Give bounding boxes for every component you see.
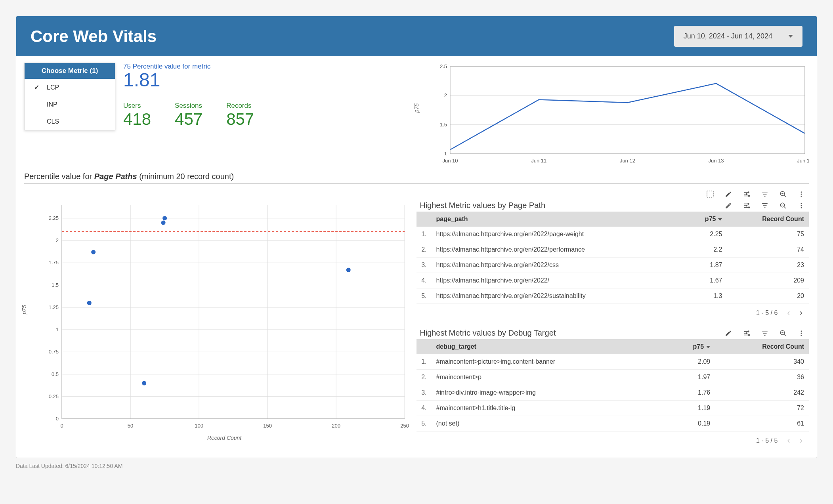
table-page-path: Highest Metric values by Page Path <box>416 201 809 322</box>
table-debug-target: Highest Metric values by Debug Target <box>416 328 809 450</box>
svg-text:150: 150 <box>263 423 272 429</box>
col-record-count[interactable]: Record Count <box>727 212 809 227</box>
filter-icon[interactable] <box>760 190 769 199</box>
pager-next-button[interactable]: › <box>800 308 802 318</box>
zoom-icon[interactable] <box>779 329 787 338</box>
report-header: Core Web Vitals Jun 10, 2024 - Jun 14, 2… <box>16 16 817 56</box>
y-axis-title: p75 <box>413 103 420 113</box>
date-range-label: Jun 10, 2024 - Jun 14, 2024 <box>684 32 772 40</box>
col-page-path[interactable]: page_path <box>432 212 684 227</box>
pager-next-button[interactable]: › <box>800 435 802 446</box>
table-row[interactable]: 5.https://almanac.httparchive.org/en/202… <box>416 288 809 304</box>
data-last-updated: Data Last Updated: 6/15/2024 10:12:50 AM <box>16 463 817 469</box>
zoom-icon[interactable] <box>779 201 787 210</box>
svg-text:2.25: 2.25 <box>49 215 59 221</box>
sliders-icon[interactable] <box>742 201 751 210</box>
stat-sessions: Sessions457 <box>175 102 203 129</box>
table-row[interactable]: 2.https://almanac.httparchive.org/en/202… <box>416 242 809 258</box>
filter-icon[interactable] <box>760 201 769 210</box>
svg-point-55 <box>162 216 167 220</box>
svg-text:Jun 12: Jun 12 <box>620 158 635 164</box>
svg-point-74 <box>801 330 802 332</box>
table-row[interactable]: 3.https://almanac.httparchive.org/en/202… <box>416 258 809 273</box>
col-record-count[interactable]: Record Count <box>715 339 809 354</box>
sliders-icon[interactable] <box>742 329 751 338</box>
svg-point-60 <box>142 381 146 386</box>
table-row[interactable]: 5.(not set)0.1961 <box>416 416 809 431</box>
sort-desc-icon <box>706 346 710 348</box>
pager-range: 1 - 5 / 6 <box>756 309 778 317</box>
svg-text:1.5: 1.5 <box>52 282 59 288</box>
more-icon[interactable] <box>797 329 806 338</box>
svg-point-15 <box>748 192 749 193</box>
svg-rect-13 <box>450 67 805 154</box>
select-icon[interactable] <box>706 190 715 199</box>
table-row[interactable]: 3.#intro>div.intro-image-wrapper>img1.76… <box>416 385 809 401</box>
pager-prev-button[interactable]: ‹ <box>787 435 790 446</box>
col-p75[interactable]: p75 <box>666 339 715 354</box>
svg-text:Jun 13: Jun 13 <box>709 158 724 164</box>
col-debug-target[interactable]: debug_target <box>432 339 666 354</box>
more-icon[interactable] <box>797 190 806 199</box>
table-row[interactable]: 1.#maincontent>picture>img.content-banne… <box>416 354 809 370</box>
page-title: Core Web Vitals <box>31 27 157 46</box>
svg-text:Jun 10: Jun 10 <box>443 158 458 164</box>
sliders-icon[interactable] <box>742 190 751 199</box>
timeseries-chart[interactable]: p75 11.522.5Jun 10Jun 11Jun 12Jun 13Jun … <box>416 63 809 166</box>
table-pager: 1 - 5 / 6 ‹ › <box>416 304 809 322</box>
stat-records: Records857 <box>226 102 254 129</box>
svg-text:2: 2 <box>444 92 447 98</box>
pencil-icon[interactable] <box>724 201 733 210</box>
stat-users: Users418 <box>123 102 151 129</box>
table-pager: 1 - 5 / 5 ‹ › <box>416 431 809 450</box>
stats-row: Users418 Sessions457 Records857 <box>123 102 254 129</box>
svg-text:0.5: 0.5 <box>52 371 59 377</box>
svg-text:1.25: 1.25 <box>49 304 59 310</box>
svg-point-57 <box>91 250 96 254</box>
table-row[interactable]: 4.https://almanac.httparchive.org/en/202… <box>416 273 809 288</box>
svg-point-68 <box>801 205 802 206</box>
y-axis-title: p75 <box>21 305 27 314</box>
pager-prev-button[interactable]: ‹ <box>787 308 790 318</box>
percentile-value: 1.81 <box>123 69 254 91</box>
svg-point-59 <box>87 301 92 305</box>
chevron-down-icon <box>788 35 793 38</box>
svg-text:2: 2 <box>56 237 59 243</box>
metric-option-inp[interactable]: ✓INP <box>25 96 115 113</box>
date-range-picker[interactable]: Jun 10, 2024 - Jun 14, 2024 <box>674 26 802 47</box>
svg-text:2.5: 2.5 <box>440 63 447 69</box>
metric-option-cls[interactable]: ✓CLS <box>25 113 115 130</box>
check-icon: ✓ <box>34 84 41 91</box>
metric-option-lcp[interactable]: ✓LCP <box>25 79 115 96</box>
metric-picker: Choose Metric (1) ✓LCP ✓INP ✓CLS <box>24 63 115 130</box>
pencil-icon[interactable] <box>724 190 733 199</box>
svg-text:250: 250 <box>400 423 409 429</box>
page-paths-section-title: Percentile value for Page Paths (minimum… <box>24 172 809 181</box>
sort-desc-icon <box>718 218 722 221</box>
pencil-icon[interactable] <box>724 329 733 338</box>
svg-point-21 <box>801 196 802 197</box>
svg-point-69 <box>801 207 802 208</box>
table-row[interactable]: 4.#maincontent>h1.title.title-lg1.1972 <box>416 401 809 416</box>
data-table: page_path p75 Record Count 1.https://alm… <box>416 212 809 304</box>
svg-point-19 <box>801 191 802 193</box>
section-divider <box>24 183 809 184</box>
svg-text:100: 100 <box>195 423 203 429</box>
svg-point-16 <box>746 194 747 195</box>
percentile-scorecard: 75 Percentile value for metric 1.81 <box>123 63 254 91</box>
pager-range: 1 - 5 / 5 <box>756 437 778 444</box>
svg-point-65 <box>749 207 750 208</box>
filter-icon[interactable] <box>760 329 769 338</box>
more-icon[interactable] <box>797 201 806 210</box>
table-row[interactable]: 1.https://almanac.httparchive.org/en/202… <box>416 227 809 242</box>
scatter-chart[interactable]: p75 00.250.50.7511.251.51.7522.250501001… <box>24 201 409 431</box>
svg-point-17 <box>749 195 750 197</box>
col-p75[interactable]: p75 <box>684 212 727 227</box>
svg-text:1: 1 <box>56 326 59 332</box>
zoom-icon[interactable] <box>779 190 787 199</box>
table-title: Highest Metric values by Page Path <box>420 201 545 210</box>
svg-point-58 <box>346 268 351 272</box>
table-row[interactable]: 2.#maincontent>p1.9736 <box>416 370 809 385</box>
scatter-toolbar <box>24 187 809 201</box>
svg-rect-14 <box>707 191 713 197</box>
